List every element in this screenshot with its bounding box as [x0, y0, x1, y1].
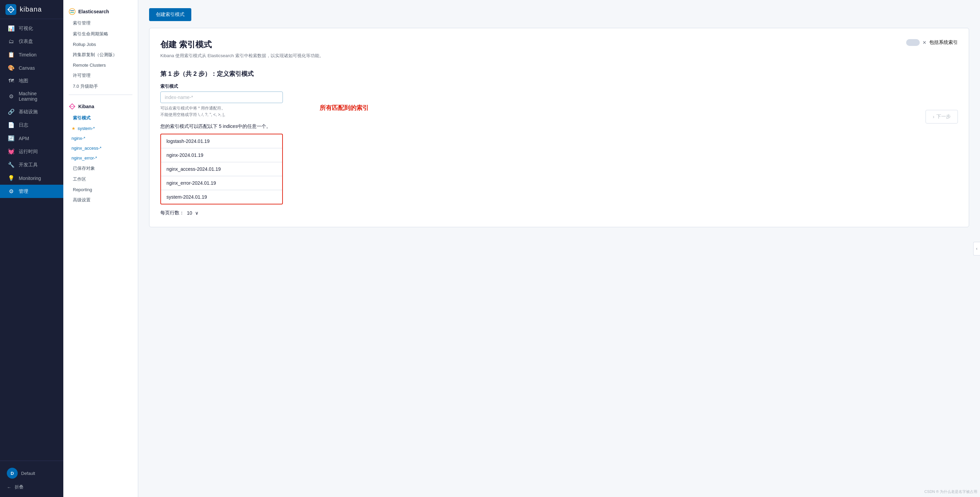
sidebar-item-ml[interactable]: ⚙ Machine Learning: [0, 87, 63, 105]
collapse-icon: ←: [7, 485, 11, 490]
panel-top-bar: 创建索引模式: [149, 8, 969, 21]
sub-sidebar-item-workspaces[interactable]: 工作区: [63, 174, 138, 185]
index-pattern-nginx-access[interactable]: nginx_access-*: [63, 143, 138, 153]
user-label: Default: [21, 471, 35, 476]
sidebar-item-label: 运行时间: [19, 149, 38, 155]
annotation-text: 所有匹配到的索引: [320, 104, 369, 112]
uptime-icon: 💓: [8, 148, 14, 155]
sidebar-item-label: 地图: [19, 78, 28, 84]
sidebar-item-infra[interactable]: 🔗 基础设施: [0, 105, 63, 118]
step-title: 第 1 步（共 2 步）：定义索引模式: [160, 70, 958, 78]
sidebar-item-label: 管理: [19, 189, 28, 195]
sub-sidebar-item-advanced-settings[interactable]: 高级设置: [63, 195, 138, 205]
maps-icon: 🗺: [8, 78, 14, 84]
sub-sidebar-item-reporting[interactable]: Reporting: [63, 185, 138, 195]
panel-header-right: ✕ 包括系统索引: [906, 39, 958, 46]
per-page-value: 10: [187, 210, 192, 216]
star-icon: ★: [72, 126, 76, 131]
create-index-pattern-button[interactable]: 创建索引模式: [149, 8, 191, 21]
create-index-pattern-panel: 创建 索引模式 Kibana 使用索引模式从 Elasticsearch 索引中…: [149, 28, 969, 227]
apm-icon: 🔄: [8, 135, 14, 141]
sub-sidebar-item-saved-objects[interactable]: 已保存对象: [63, 163, 138, 174]
sidebar-item-management[interactable]: ⚙ 管理: [0, 185, 63, 198]
visualize-icon: 📊: [8, 25, 14, 32]
kibana-section-header: Kibana: [63, 100, 138, 113]
index-pattern-input[interactable]: [160, 92, 283, 103]
sidebar-item-canvas[interactable]: 🎨 Canvas: [0, 61, 63, 75]
monitoring-icon: 💡: [8, 175, 14, 181]
watermark: CSDN ® 为什么老是名字被占用: [924, 489, 977, 494]
sidebar-footer: D Default ← 折叠: [0, 460, 63, 497]
index-pattern-nginx[interactable]: nginx-*: [63, 133, 138, 143]
sidebar-item-maps[interactable]: 🗺 地图: [0, 75, 63, 87]
hint-line1: 可以在索引模式中将 * 用作通配符。: [160, 106, 225, 111]
timelion-icon: 📋: [8, 51, 14, 58]
sub-sidebar-item-rollup-jobs[interactable]: Rollup Jobs: [63, 40, 138, 49]
canvas-icon: 🎨: [8, 65, 14, 71]
panel-header-row: 创建 索引模式 Kibana 使用索引模式从 Elasticsearch 索引中…: [160, 39, 958, 67]
panel-title-group: 创建 索引模式 Kibana 使用索引模式从 Elasticsearch 索引中…: [160, 39, 324, 67]
sub-sidebar-item-index-mgmt[interactable]: 索引管理: [63, 18, 138, 29]
content-area: 创建索引模式 创建 索引模式 Kibana 使用索引模式从 Elasticsea…: [138, 0, 980, 497]
index-pattern-label: system-*: [78, 126, 95, 131]
sidebar-item-label: Machine Learning: [19, 91, 57, 102]
per-page-control[interactable]: 每页行数： 10 ∨: [160, 210, 283, 216]
index-pattern-system[interactable]: ★ system-*: [63, 124, 138, 133]
toggle-x-icon: ✕: [923, 40, 927, 45]
management-icon: ⚙: [8, 188, 14, 195]
collapse-label: 折叠: [14, 484, 24, 490]
index-row-4: system-2024.01.19: [161, 190, 282, 204]
sidebar-item-visualize[interactable]: 📊 可视化: [0, 22, 63, 35]
form-label: 索引模式: [160, 83, 283, 89]
sidebar-item-timelion[interactable]: 📋 Timelion: [0, 48, 63, 61]
right-collapse-button[interactable]: ‹: [973, 242, 980, 256]
match-info-text: 您的索引模式可以匹配以下 5 indices中的任意一个。: [160, 124, 271, 129]
sidebar-item-label: 基础设施: [19, 109, 38, 115]
chevron-down-icon: ∨: [195, 210, 199, 216]
index-pattern-label: nginx-*: [72, 136, 85, 141]
devtools-icon: 🔧: [8, 162, 14, 168]
main-content: 创建索引模式 创建 索引模式 Kibana 使用索引模式从 Elasticsea…: [138, 0, 980, 497]
index-row-2: nginx_access-2024.01.19: [161, 162, 282, 176]
sidebar-item-label: Monitoring: [19, 176, 41, 181]
sidebar-item-apm[interactable]: 🔄 APM: [0, 132, 63, 145]
match-info: 您的索引模式可以匹配以下 5 indices中的任意一个。: [160, 124, 283, 130]
sidebar-item-uptime[interactable]: 💓 运行时间: [0, 145, 63, 158]
sub-sidebar-item-upgrade[interactable]: 7.0 升级助手: [63, 81, 138, 92]
sub-sidebar-item-cross-cluster[interactable]: 跨集群复制（公测版）: [63, 49, 138, 60]
sub-sidebar-item-index-patterns[interactable]: 索引模式: [63, 113, 138, 124]
per-page-label: 每页行数：: [160, 210, 184, 216]
sidebar-item-label: 仪表盘: [19, 38, 33, 44]
index-pattern-label: nginx_error-*: [72, 156, 97, 160]
collapse-arrow-icon: ‹: [976, 246, 978, 251]
kibana-logo: [5, 4, 16, 15]
include-system-toggle[interactable]: [906, 39, 920, 46]
sidebar-item-label: 可视化: [19, 25, 33, 32]
index-row-0: logstash-2024.01.19: [161, 134, 282, 148]
logs-icon: 📄: [8, 122, 14, 128]
sub-sidebar-item-remote-clusters[interactable]: Remote Clusters: [63, 60, 138, 70]
sidebar-item-devtools[interactable]: 🔧 开发工具: [0, 158, 63, 171]
sidebar-footer-user[interactable]: D Default: [0, 465, 63, 481]
step-form-right: 所有匹配到的索引: [299, 83, 369, 112]
sidebar-item-label: 日志: [19, 122, 28, 128]
kibana-section-icon: [69, 103, 76, 110]
sidebar-header: kibana: [0, 0, 63, 19]
hint-text: 可以在索引模式中将 * 用作通配符。 不能使用空格或字符 \, /, ?, ",…: [160, 105, 283, 118]
sidebar-item-logs[interactable]: 📄 日志: [0, 118, 63, 132]
step-form-left: 索引模式 可以在索引模式中将 * 用作通配符。 不能使用空格或字符 \, /, …: [160, 83, 283, 216]
sub-sidebar-item-license[interactable]: 许可管理: [63, 70, 138, 81]
next-btn-label: 下一步: [936, 114, 951, 120]
index-pattern-nginx-error[interactable]: nginx_error-*: [63, 153, 138, 163]
sidebar-item-label: 开发工具: [19, 162, 38, 168]
next-icon: ›: [933, 114, 934, 119]
next-button[interactable]: › 下一步: [926, 110, 958, 124]
ml-icon: ⚙: [8, 93, 14, 100]
user-badge[interactable]: D: [7, 468, 18, 479]
sub-sidebar-item-index-lifecycle[interactable]: 索引生命周期策略: [63, 29, 138, 40]
sidebar-item-dashboard[interactable]: 🗂 仪表盘: [0, 35, 63, 48]
panel-title: 创建 索引模式: [160, 39, 324, 50]
sidebar-item-monitoring[interactable]: 💡 Monitoring: [0, 171, 63, 185]
include-system-label: 包括系统索引: [929, 40, 958, 46]
sidebar-footer-collapse[interactable]: ← 折叠: [0, 481, 63, 493]
